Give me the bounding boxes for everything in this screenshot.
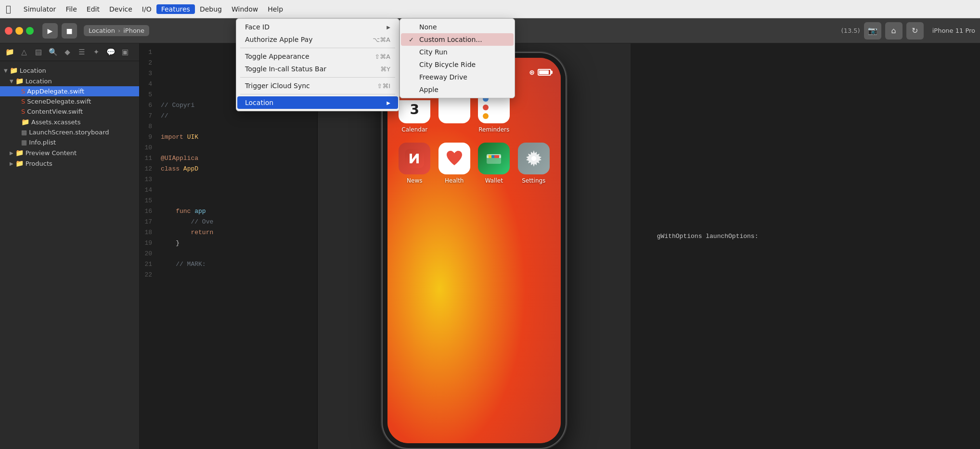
- tag-icon[interactable]: ✦: [90, 46, 102, 58]
- folder-icon: 📁: [21, 118, 29, 126]
- menubar-item-debug[interactable]: Debug: [195, 4, 227, 14]
- swift-file-icon: S: [21, 88, 25, 95]
- menu-separator: [240, 94, 395, 94]
- wifi-icon: ⊛: [529, 68, 535, 76]
- location-option-freeway-drive[interactable]: Freeway Drive: [401, 71, 514, 83]
- menu-item-face-id[interactable]: Face ID ▶: [237, 21, 398, 33]
- tree-item-content-view[interactable]: S ContentView.swift: [0, 106, 139, 117]
- menubar-item-device[interactable]: Device: [104, 4, 137, 14]
- location-submenu[interactable]: None ✓ Custom Location... City Run City …: [400, 18, 515, 98]
- tree-label: ContentView.swift: [27, 108, 83, 115]
- menu-item-label: Authorize Apple Pay: [245, 36, 312, 43]
- chevron-down-icon: ▼: [4, 68, 8, 73]
- calendar-date: 3: [410, 103, 419, 117]
- menu-item-authorize-apple-pay[interactable]: Authorize Apple Pay ⌥⌘A: [237, 33, 398, 46]
- checkmark-icon: [409, 61, 415, 68]
- warning-icon[interactable]: △: [18, 46, 30, 58]
- screenshot-button[interactable]: 📷: [864, 22, 881, 40]
- breadcrumb-sep1: ›: [118, 27, 120, 34]
- location-option-custom[interactable]: ✓ Custom Location...: [401, 33, 514, 46]
- menubar-item-file[interactable]: File: [61, 4, 81, 14]
- tree-label: Products: [26, 160, 52, 167]
- hierarchy-icon[interactable]: ▤: [33, 46, 44, 58]
- menu-item-trigger-icloud[interactable]: Trigger iCloud Sync ⇧⌘I: [237, 79, 398, 92]
- svg-rect-6: [494, 155, 499, 158]
- location-option-city-run[interactable]: City Run: [401, 46, 514, 58]
- app-label-health: Health: [445, 177, 464, 184]
- app-news[interactable]: News: [397, 143, 432, 184]
- menu-item-location[interactable]: Location ▶: [237, 96, 398, 109]
- menubar-item-features[interactable]: Features: [156, 4, 195, 14]
- run-button[interactable]: ▶: [42, 23, 58, 39]
- swift-file-icon: S: [21, 98, 25, 105]
- toolbar-right: (13.5) 📷 ⌂ ↻ iPhone 11 Pro: [841, 22, 975, 40]
- app-health[interactable]: Health: [437, 143, 472, 184]
- folder-icon[interactable]: 📁: [4, 46, 15, 58]
- checkmark-icon: [409, 24, 415, 31]
- breadcrumb[interactable]: Location › iPhone: [84, 25, 149, 36]
- chevron-right-icon: ▶: [10, 161, 13, 166]
- chevron-right-icon: ▶: [10, 150, 13, 156]
- submenu-arrow-icon: ▶: [387, 100, 390, 106]
- checkmark-icon: [409, 74, 415, 81]
- grid-icon[interactable]: ▣: [119, 46, 131, 58]
- file-tree: ▼ 📁 Location ▼ 📁 Location S AppDelegate.…: [0, 61, 139, 172]
- menu-item-toggle-appearance[interactable]: Toggle Appearance ⇧⌘A: [237, 50, 398, 63]
- menu-item-toggle-incall[interactable]: Toggle In-call Status Bar ⌘Y: [237, 63, 398, 75]
- menubar-item-help[interactable]: Help: [263, 4, 288, 14]
- menubar-item-simulator[interactable]: Simulator: [19, 4, 61, 14]
- tree-item-info-plist[interactable]: ▦ Info.plist: [0, 137, 139, 147]
- rotate-button[interactable]: ↻: [906, 22, 924, 40]
- tree-item-app-delegate[interactable]: S AppDelegate.swift: [0, 86, 139, 96]
- app-grid: 3 Calendar: [387, 87, 561, 189]
- search-icon[interactable]: 🔍: [47, 46, 59, 58]
- location-option-label: Freeway Drive: [419, 73, 467, 81]
- home-button[interactable]: ⌂: [885, 22, 903, 40]
- chat-icon[interactable]: 💬: [105, 46, 116, 58]
- menubar-item-window[interactable]: Window: [227, 4, 263, 14]
- location-option-label: City Bicycle Ride: [419, 61, 476, 68]
- tree-label: LaunchScreen.storyboard: [29, 129, 109, 136]
- app-label-calendar: Calendar: [401, 126, 427, 133]
- breadcrumb-location: Location: [89, 27, 115, 34]
- tree-item-launch-screen[interactable]: ▩ LaunchScreen.storyboard: [0, 127, 139, 137]
- app-label-reminders: Reminders: [478, 126, 509, 133]
- features-dropdown-menu[interactable]: Face ID ▶ Authorize Apple Pay ⌥⌘A Toggle…: [236, 18, 400, 111]
- list-icon[interactable]: ☰: [76, 46, 88, 58]
- menu-separator: [240, 77, 395, 78]
- close-button[interactable]: [5, 27, 13, 35]
- minimize-button[interactable]: [15, 27, 23, 35]
- navigator-toolbar: 📁 △ ▤ 🔍 ◆ ☰ ✦ 💬 ▣: [0, 43, 139, 61]
- app-wallet[interactable]: Wallet: [477, 143, 512, 184]
- submenu-arrow-icon: ▶: [387, 25, 390, 30]
- shortcut-label: ⌘Y: [380, 66, 390, 73]
- diamond-icon[interactable]: ◆: [62, 46, 73, 58]
- app-label-news: News: [407, 177, 422, 184]
- tree-item-products[interactable]: ▶ 📁 Products: [0, 158, 139, 169]
- apple-menu-icon[interactable]: : [6, 4, 11, 14]
- app-settings[interactable]: Settings: [516, 143, 552, 184]
- location-option-none[interactable]: None: [401, 21, 514, 33]
- traffic-lights: [5, 27, 34, 35]
- menubar-item-edit[interactable]: Edit: [82, 4, 104, 14]
- tree-label: Location: [20, 67, 46, 74]
- folder-open-icon: 📁: [10, 66, 18, 74]
- menubar:  Simulator File Edit Device I/O Feature…: [0, 0, 980, 18]
- app-label-settings: Settings: [522, 177, 545, 184]
- maximize-button[interactable]: [26, 27, 34, 35]
- tree-item-assets[interactable]: 📁 Assets.xcassets: [0, 117, 139, 127]
- tree-item-preview-content[interactable]: ▶ 📁 Preview Content: [0, 147, 139, 158]
- stop-button[interactable]: ■: [62, 23, 77, 39]
- code-editor-right: gWithOptions launchOptions:: [631, 43, 980, 449]
- breadcrumb-iphone: iPhone: [123, 27, 144, 34]
- location-option-apple[interactable]: Apple: [401, 83, 514, 96]
- swift-file-icon: S: [21, 108, 25, 115]
- location-option-label: Apple: [419, 86, 438, 93]
- code-continuation: gWithOptions launchOptions:: [631, 43, 980, 277]
- location-option-city-bicycle-ride[interactable]: City Bicycle Ride: [401, 58, 514, 71]
- tree-item-location-sub[interactable]: ▼ 📁 Location: [0, 76, 139, 86]
- tree-item-location-root[interactable]: ▼ 📁 Location: [0, 65, 139, 76]
- menubar-item-io[interactable]: I/O: [137, 4, 156, 14]
- tree-item-scene-delegate[interactable]: S SceneDelegate.swift: [0, 96, 139, 106]
- location-option-label: Custom Location...: [419, 36, 482, 43]
